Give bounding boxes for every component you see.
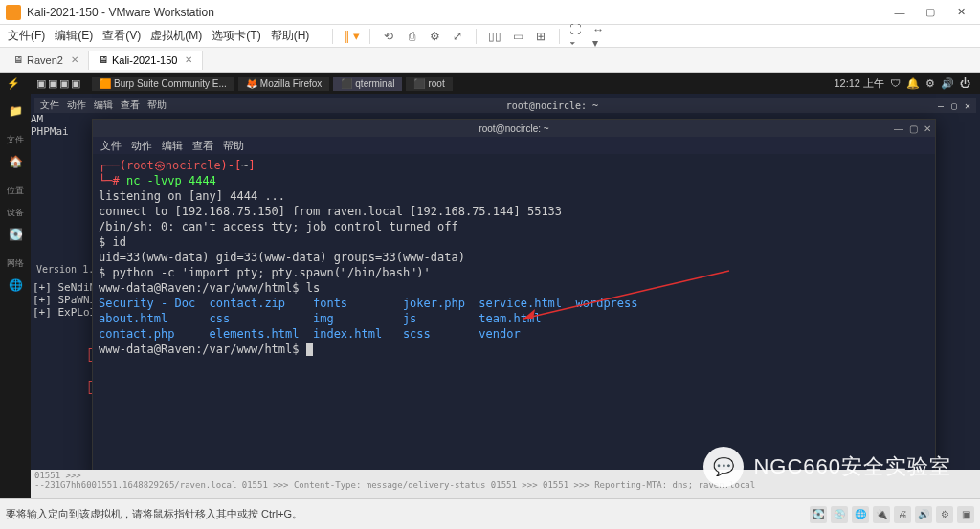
kali-left-panel: 📁 文件 🏠 位置 设备 💽 网络 🌐 [0,94,31,498]
files-icon[interactable]: 📁 [2,98,29,124]
bg-menu-help[interactable]: 帮助 [147,99,167,112]
menu-help[interactable]: 帮助(H) [271,28,310,44]
min-icon[interactable]: — [938,100,944,111]
menu-tabs[interactable]: 选项卡(T) [212,28,260,44]
tab-label: Kali-2021-150 [112,55,178,66]
tab-close-icon[interactable]: ✕ [185,55,192,65]
status-icon[interactable]: 🔊 [915,506,932,523]
pause-icon[interactable]: ‖ ▾ [343,28,360,45]
tab-raven2[interactable]: 🖥 Raven2 ✕ [4,51,89,70]
task-burp[interactable]: 🟧Burp Suite Community E... [92,77,234,91]
vmware-titlebar: Kali-2021-150 - VMware Workstation — ▢ ✕ [0,0,980,25]
fg-term-titlebar[interactable]: root@nocircle: ~ — ▢ ✕ [93,120,935,137]
max-icon[interactable]: ▢ [951,100,957,111]
unity-icon[interactable]: ↔ ▾ [592,28,610,45]
menu-help[interactable]: 帮助 [223,139,244,153]
min-icon[interactable]: — [894,123,903,134]
tool-icon[interactable]: ⚙ [426,28,443,45]
close-icon[interactable]: ✕ [965,100,970,111]
wechat-icon: 💬 [703,447,744,487]
layout2-icon[interactable]: ▭ [509,28,526,45]
tab-kali[interactable]: 🖥 Kali-2021-150 ✕ [89,51,204,70]
minimize-button[interactable]: — [886,3,913,22]
tab-label: Raven2 [27,55,63,66]
status-text: 要将输入定向到该虚拟机，请将鼠标指针移入其中或按 Ctrl+G。 [6,507,302,521]
vmware-tabbar: 🖥 Raven2 ✕ 🖥 Kali-2021-150 ✕ [0,48,980,73]
tray-icon[interactable]: 🔔 [906,77,920,90]
menu-action[interactable]: 动作 [131,139,152,153]
close-icon[interactable]: ✕ [924,123,931,134]
vmware-logo-icon [6,5,21,20]
status-icon[interactable]: ▣ [957,506,974,523]
menu-view[interactable]: 查看(V) [102,28,141,44]
task-root[interactable]: ⬛root [406,77,452,91]
menu-edit[interactable]: 编辑(E) [55,28,93,44]
window-title: Kali-2021-150 - VMware Workstation [27,6,886,19]
task-firefox[interactable]: 🦊Mozilla Firefox [238,77,329,91]
cursor [306,343,313,356]
status-icon[interactable]: 🌐 [852,506,869,523]
status-icon[interactable]: 💿 [831,506,848,523]
vm-icon: 🖥 [99,55,108,65]
panel-icon[interactable]: ▣ [71,77,80,90]
bg-menu-edit[interactable]: 编辑 [94,99,113,112]
menu-vm[interactable]: 虚拟机(M) [150,28,202,44]
vm-icon: 🖥 [13,55,23,65]
foreground-terminal[interactable]: root@nocircle: ~ — ▢ ✕ 文件 动作 编辑 查看 帮助 ┌─… [92,119,936,480]
menu-edit[interactable]: 编辑 [162,139,183,153]
version-label: Version 1.0 [36,264,100,275]
status-icon[interactable]: 💽 [810,506,827,523]
tray-icon[interactable]: 🛡 [890,77,901,89]
tray-icon[interactable]: ⏻ [960,77,970,89]
kali-top-panel: ⚡ ▣ ▣ ▣ ▣ 🟧Burp Suite Community E... 🦊Mo… [0,73,980,94]
vmware-statusbar: 要将输入定向到该虚拟机，请将鼠标指针移入其中或按 Ctrl+G。 💽 💿 🌐 🔌… [0,498,980,529]
tray-icon[interactable]: 🔊 [941,77,954,90]
screenshot-icon[interactable]: ⎙ [403,28,420,45]
bg-menu-view[interactable]: 查看 [121,99,140,112]
kali-menu-icon[interactable]: ⚡ [4,77,23,90]
task-qterminal[interactable]: ⬛qterminal [333,77,402,91]
watermark-text: NGC660安全实验室 [753,452,951,481]
menu-file[interactable]: 文件(F) [8,28,45,44]
bg-term-title: root@nocircle: ~ [174,100,930,111]
snapshot-icon[interactable]: ⟲ [380,28,397,45]
panel-icon[interactable]: ▣ [36,77,46,90]
maximize-button[interactable]: ▢ [917,3,944,22]
tray-icon[interactable]: ⚙ [925,77,935,90]
resize-icon[interactable]: ⤢ [449,28,466,45]
clock[interactable]: 12:12 上午 [834,77,884,91]
layout3-icon[interactable]: ⊞ [532,28,549,45]
menu-view[interactable]: 查看 [192,139,213,153]
status-icon[interactable]: 🔌 [873,506,890,523]
terminal-content[interactable]: ┌──(root㉿nocircle)-[~] └─# nc -lvvp 4444… [93,154,935,361]
watermark: 💬 NGC660安全实验室 [703,447,951,487]
fullscreen-icon[interactable]: ⛶ ▾ [569,28,587,45]
close-button[interactable]: ✕ [947,3,974,22]
fg-term-title: root@nocircle: ~ [479,123,548,134]
panel-icon[interactable]: ▣ [48,77,57,90]
bg-menu-action[interactable]: 动作 [67,99,86,112]
panel-icon[interactable]: ▣ [59,77,69,90]
guest-desktop[interactable]: ⚡ ▣ ▣ ▣ ▣ 🟧Burp Suite Community E... 🦊Mo… [0,73,980,498]
network-icon[interactable]: 🌐 [2,272,29,298]
tab-close-icon[interactable]: ✕ [71,55,78,65]
menu-file[interactable]: 文件 [100,139,122,153]
status-icon[interactable]: 🖨 [894,506,911,523]
vmware-menubar: 文件(F) 编辑(E) 查看(V) 虚拟机(M) 选项卡(T) 帮助(H) ‖ … [0,25,980,48]
layout1-icon[interactable]: ▯▯ [486,28,503,45]
max-icon[interactable]: ▢ [909,123,918,134]
home-icon[interactable]: 🏠 [2,148,29,175]
status-icon[interactable]: ⚙ [936,506,953,523]
fg-term-menubar: 文件 动作 编辑 查看 帮助 [93,137,935,154]
bg-menu-file[interactable]: 文件 [40,99,59,112]
background-terminal: 文件 动作 编辑 查看 帮助 root@nocircle: ~ — ▢ ✕ [31,94,980,113]
disk-icon[interactable]: 💽 [2,221,29,248]
